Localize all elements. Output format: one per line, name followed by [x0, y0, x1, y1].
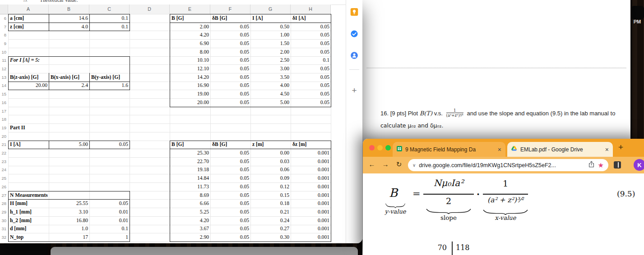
row-number: 17: [0, 107, 8, 115]
zoom-window-button[interactable]: [385, 145, 391, 150]
row-number: 14: [0, 82, 8, 90]
equation-frac1-numerator: Nμ₀Ia²: [422, 178, 475, 188]
chevron-down-icon[interactable]: ∨: [412, 163, 416, 168]
partial-table-value: 118: [456, 243, 470, 252]
column-header[interactable]: C: [89, 5, 130, 14]
row-number: 21: [0, 141, 8, 149]
table-border: [170, 14, 331, 107]
row-number: 25: [0, 174, 8, 182]
side-panel-separator: [349, 69, 359, 70]
row-number: 28: [0, 199, 8, 208]
table-border: [8, 56, 130, 91]
row-number: 10: [0, 48, 8, 56]
sheet-cell[interactable]: Part II: [9, 123, 49, 132]
row-number: 15: [0, 90, 8, 98]
address-bar[interactable]: ∨ drive.google.com/file/d/19mKWg1CNSrtpe…: [408, 159, 608, 171]
question-text-line2: calculate μ₀₂ and δμ₀₂.: [380, 122, 630, 129]
table-border: [89, 73, 90, 90]
inline-fraction: 1 (a²+z²)³⁄²: [446, 109, 463, 118]
url-text[interactable]: drive.google.com/file/d/19mKWg1CNSrtpeH5…: [419, 162, 584, 168]
row-number: 31: [0, 225, 8, 233]
corner-header[interactable]: [0, 5, 8, 14]
tab-close-icon[interactable]: ×: [498, 146, 501, 153]
partial-table-value: 70: [429, 243, 447, 252]
row-number: 22: [0, 149, 8, 157]
share-icon[interactable]: [588, 161, 594, 169]
row-number: 29: [0, 208, 8, 216]
column-header[interactable]: B: [49, 5, 89, 14]
tab-close-icon[interactable]: ×: [605, 146, 609, 153]
table-border: [170, 149, 331, 149]
spreadsheet-window: fx Theoretical Value: ABCDEFGH 678910111…: [0, 0, 362, 243]
workspace-side-panel: +: [346, 0, 362, 243]
table-border: [8, 82, 130, 82]
menubar-clock: PM: [630, 19, 644, 24]
keep-icon[interactable]: [351, 8, 358, 18]
row-number: 13: [0, 73, 8, 82]
row-number: 12: [0, 64, 8, 73]
table-border: [170, 23, 331, 23]
row-number: 20: [0, 132, 8, 141]
table-border: [89, 141, 90, 149]
profile-avatar[interactable]: K: [634, 159, 644, 171]
side-panel-toggle-icon[interactable]: [614, 161, 621, 168]
row-number: 27: [0, 191, 8, 200]
table-border: [49, 14, 49, 31]
reload-button[interactable]: ↻: [394, 160, 404, 168]
underbrace: [385, 201, 405, 206]
column-header[interactable]: F: [210, 5, 250, 14]
bookmark-star-icon[interactable]: ★: [598, 161, 604, 169]
fraction-bar: [483, 194, 528, 195]
tab-strip: 9 Magnetic Field Mapping Da × EMLab.pdf …: [363, 139, 644, 157]
equation-slope-label: slope: [426, 214, 471, 221]
column-header[interactable]: H: [291, 5, 331, 14]
table-border: [89, 14, 90, 31]
table-border: [170, 141, 331, 242]
equation-lhs: B: [389, 186, 398, 200]
sheet-grid[interactable]: 6789101112131415161718192021222324252627…: [0, 14, 346, 243]
minimize-window-button[interactable]: [377, 145, 383, 150]
row-number: 6: [0, 14, 8, 23]
row-number: 9: [0, 39, 8, 48]
row-number: 24: [0, 166, 8, 174]
row-number: 16: [0, 98, 8, 107]
column-header[interactable]: D: [130, 5, 170, 14]
table-border: [8, 199, 130, 200]
table-border: [49, 141, 49, 149]
equation-frac2-numerator: 1: [483, 178, 528, 188]
partial-table-rule: [452, 241, 453, 255]
tab-title: EMLab.pdf - Google Drive: [520, 146, 602, 153]
fraction-bar: [423, 194, 474, 195]
column-header[interactable]: A: [8, 5, 49, 14]
table-border: [8, 23, 130, 23]
column-header[interactable]: G: [250, 5, 291, 14]
question-text: 16. [9 pts] Plot: [380, 110, 420, 117]
column-header[interactable]: E: [170, 5, 210, 14]
row-number: 8: [0, 31, 8, 39]
row-number: 30: [0, 216, 8, 225]
forward-button[interactable]: →: [380, 160, 391, 168]
row-number: 32: [0, 233, 8, 241]
row-number: 26: [0, 182, 8, 191]
new-tab-button[interactable]: +: [618, 142, 623, 152]
table-border: [49, 73, 49, 90]
formula-bar-value[interactable]: Theoretical Value:: [40, 0, 78, 3]
tab-sheets[interactable]: 9 Magnetic Field Mapping Da ×: [393, 142, 505, 157]
close-window-button[interactable]: [369, 145, 375, 150]
equation-number: (9.5): [617, 189, 635, 198]
get-addons-button[interactable]: +: [352, 86, 357, 96]
tab-pdf[interactable]: EMLab.pdf - Google Drive ×: [507, 142, 613, 157]
row-number: 7: [0, 23, 8, 31]
fx-icon: fx: [23, 0, 28, 3]
pdf-page-separator: [366, 68, 626, 68]
back-button[interactable]: ←: [366, 160, 377, 168]
column-header-row: ABCDEFGH: [0, 5, 331, 14]
contacts-icon[interactable]: [350, 51, 358, 61]
table-border: [8, 191, 130, 242]
dock-window-fragment: [0, 244, 48, 255]
row-number: 11: [0, 56, 8, 65]
background-window-edge: [51, 247, 358, 255]
question-text: v.s.: [432, 110, 444, 117]
tasks-icon[interactable]: [350, 30, 358, 40]
menubar-widget: [631, 6, 644, 19]
